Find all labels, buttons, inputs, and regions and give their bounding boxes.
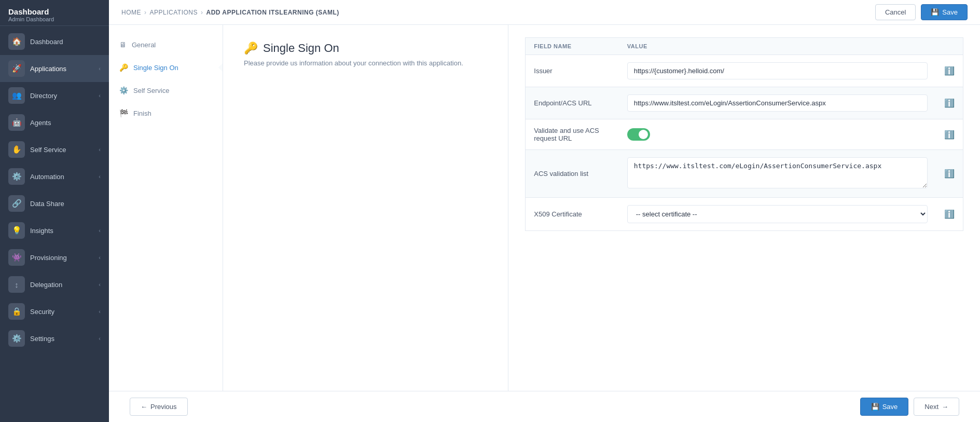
chevron-icon-directory: ‹ xyxy=(99,92,101,99)
self-service-icon: ⚙️ xyxy=(119,86,128,94)
info-icon-acs-list[interactable]: ℹ️ xyxy=(944,169,955,178)
col-value: VALUE xyxy=(619,38,936,55)
wizard-step-sso[interactable]: 🔑 Single Sign On xyxy=(109,56,223,79)
sidebar-item-directory[interactable]: 👥 Directory ‹ xyxy=(0,82,109,109)
sso-description: Please provide us information about your… xyxy=(244,59,487,67)
info-icon-acs-url[interactable]: ℹ️ xyxy=(944,99,955,107)
footer-save-label: Save xyxy=(882,403,898,411)
sidebar-nav: 🏠 Dashboard 🚀 Applications ‹ 👥 Directory… xyxy=(0,26,109,422)
sidebar-item-applications[interactable]: 🚀 Applications ‹ xyxy=(0,55,109,82)
wizard-step-general[interactable]: 🖥 General xyxy=(109,33,223,56)
provisioning-icon: 👾 xyxy=(8,249,25,266)
sidebar-label-settings: Settings xyxy=(30,335,54,343)
table-row: ACS validation list https://www.itsltest… xyxy=(526,150,963,198)
sidebar-item-security[interactable]: 🔒 Security ‹ xyxy=(0,298,109,325)
field-value-validate-acs xyxy=(619,119,936,150)
field-name-validate-acs: Validate and use ACS request URL xyxy=(526,119,619,150)
acs-url-input[interactable] xyxy=(627,94,928,112)
previous-button[interactable]: ← Previous xyxy=(130,398,188,416)
sidebar-item-automation[interactable]: ⚙️ Automation ‹ xyxy=(0,163,109,190)
footer-right: 💾 Save Next → xyxy=(860,398,959,416)
sidebar-item-delegation[interactable]: ↕️ Delegation ‹ xyxy=(0,271,109,298)
field-name-issuer: Issuer xyxy=(526,55,619,87)
x509-select[interactable]: -- select certificate -- xyxy=(627,205,928,223)
topbar-actions: Cancel 💾 Save xyxy=(875,4,968,20)
topbar: HOME › APPLICATIONS › ADD APPLICATION IT… xyxy=(109,0,980,25)
toggle-slider xyxy=(627,128,650,141)
table-row: Issuer ℹ️ xyxy=(526,55,963,87)
sidebar-header: Dashboard Admin Dashboard xyxy=(0,0,109,26)
validate-acs-toggle[interactable] xyxy=(627,128,650,141)
wizard-step-self-service[interactable]: ⚙️ Self Service xyxy=(109,79,223,102)
sso-right-col: FIELD NAME VALUE Issuer xyxy=(508,25,980,391)
automation-icon: ⚙️ xyxy=(8,168,25,185)
footer-save-icon: 💾 xyxy=(871,403,879,411)
info-icon-validate-acs[interactable]: ℹ️ xyxy=(944,130,955,139)
sidebar-label-self-service: Self Service xyxy=(30,146,66,154)
breadcrumb-sep1: › xyxy=(144,9,147,16)
sso-form-title: 🔑 Single Sign On xyxy=(244,42,487,55)
breadcrumb-sep2: › xyxy=(201,9,203,16)
field-name-acs-list: ACS validation list xyxy=(526,150,619,198)
wizard-step-self-service-label: Self Service xyxy=(133,87,169,94)
save-label: Save xyxy=(942,8,958,16)
sidebar-label-dashboard: Dashboard xyxy=(30,38,63,46)
sidebar-label-provisioning: Provisioning xyxy=(30,254,67,262)
finish-icon: 🏁 xyxy=(119,109,128,117)
sidebar-label-automation: Automation xyxy=(30,173,64,181)
agents-icon: 🤖 xyxy=(8,114,25,131)
chevron-icon-automation: ‹ xyxy=(99,173,101,180)
sso-two-col: 🔑 Single Sign On Please provide us infor… xyxy=(223,25,980,391)
sidebar-item-data-share[interactable]: 🔗 Data Share xyxy=(0,190,109,217)
next-label: Next xyxy=(924,403,938,411)
sso-field-table: FIELD NAME VALUE Issuer xyxy=(525,37,963,231)
chevron-icon-insights: ‹ xyxy=(99,227,101,234)
field-info-x509: ℹ️ xyxy=(936,198,963,231)
data-share-icon: 🔗 xyxy=(8,195,25,212)
chevron-icon-security: ‹ xyxy=(99,308,101,315)
field-info-issuer: ℹ️ xyxy=(936,55,963,87)
sidebar-item-settings[interactable]: ⚙️ Settings ‹ xyxy=(0,325,109,352)
info-icon-issuer[interactable]: ℹ️ xyxy=(944,66,955,75)
security-icon: 🔒 xyxy=(8,303,25,320)
settings-icon: ⚙️ xyxy=(8,330,25,347)
issuer-input[interactable] xyxy=(627,62,928,79)
sso-left-col: 🔑 Single Sign On Please provide us infor… xyxy=(223,25,508,391)
chevron-icon-applications: ‹ xyxy=(99,65,101,72)
sidebar-subtitle: Admin Dashboard xyxy=(8,16,101,22)
breadcrumb-applications[interactable]: APPLICATIONS xyxy=(150,9,198,16)
wizard-step-finish[interactable]: 🏁 Finish xyxy=(109,102,223,125)
insights-icon: 💡 xyxy=(8,222,25,239)
breadcrumb-home[interactable]: HOME xyxy=(121,9,141,16)
wizard-step-finish-label: Finish xyxy=(133,110,151,117)
info-icon-x509[interactable]: ℹ️ xyxy=(944,210,955,219)
chevron-icon-delegation: ‹ xyxy=(99,281,101,288)
sidebar-label-data-share: Data Share xyxy=(30,200,64,208)
footer-save-button[interactable]: 💾 Save xyxy=(860,398,909,416)
sidebar-label-agents: Agents xyxy=(30,119,51,127)
sidebar-item-provisioning[interactable]: 👾 Provisioning ‹ xyxy=(0,244,109,271)
general-icon: 🖥 xyxy=(119,40,127,49)
sidebar-item-insights[interactable]: 💡 Insights ‹ xyxy=(0,217,109,244)
sidebar-item-agents[interactable]: 🤖 Agents xyxy=(0,109,109,136)
field-info-acs-url: ℹ️ xyxy=(936,87,963,119)
cancel-button[interactable]: Cancel xyxy=(875,4,916,20)
page-footer: ← Previous 💾 Save Next → xyxy=(109,391,980,422)
chevron-icon-self-service: ‹ xyxy=(99,146,101,153)
table-row: Endpoint/ACS URL ℹ️ xyxy=(526,87,963,119)
wizard-sidebar: 🖥 General 🔑 Single Sign On ⚙️ Self Servi… xyxy=(109,25,223,391)
sidebar-item-dashboard[interactable]: 🏠 Dashboard xyxy=(0,28,109,55)
field-name-x509: X509 Certificate xyxy=(526,198,619,231)
sidebar-item-self-service[interactable]: ✋ Self Service ‹ xyxy=(0,136,109,163)
next-button[interactable]: Next → xyxy=(914,398,959,416)
field-info-validate-acs: ℹ️ xyxy=(936,119,963,150)
previous-label: Previous xyxy=(150,403,177,411)
field-name-acs-url: Endpoint/ACS URL xyxy=(526,87,619,119)
breadcrumb: HOME › APPLICATIONS › ADD APPLICATION IT… xyxy=(121,9,339,16)
delegation-icon: ↕️ xyxy=(8,276,25,293)
sidebar-label-applications: Applications xyxy=(30,65,66,73)
wizard-content: 🖥 General 🔑 Single Sign On ⚙️ Self Servi… xyxy=(109,25,980,391)
save-button[interactable]: 💾 Save xyxy=(921,4,968,20)
sso-icon: 🔑 xyxy=(119,63,128,72)
acs-list-textarea[interactable]: https://www.itsltest.com/eLogin/Assertio… xyxy=(627,157,928,188)
